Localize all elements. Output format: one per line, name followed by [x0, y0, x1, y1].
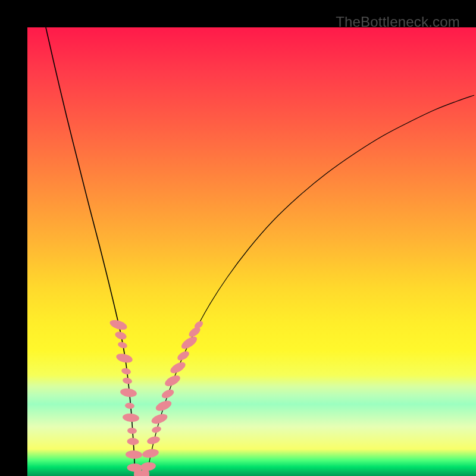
marker-bead — [126, 450, 142, 459]
marker-bead — [160, 388, 175, 400]
marker-bead — [114, 330, 128, 341]
marker-bead — [150, 412, 168, 426]
marker-bead — [168, 360, 187, 375]
curve-left-curve — [46, 27, 136, 474]
plot-area — [27, 27, 476, 476]
marker-bead — [151, 425, 162, 434]
marker-bead — [176, 349, 190, 362]
marker-bead — [122, 377, 132, 385]
chart-svg — [27, 27, 476, 476]
chart-frame: TheBottleneck.com — [0, 0, 476, 476]
marker-bead — [142, 448, 159, 459]
marker-bead — [115, 352, 134, 364]
marker-bead — [154, 399, 173, 413]
marker-bead — [146, 436, 161, 446]
marker-bead — [163, 373, 181, 389]
marker-bead — [120, 387, 137, 398]
marker-group — [109, 318, 205, 476]
marker-bead — [117, 341, 128, 349]
marker-bead — [125, 402, 135, 409]
marker-bead — [121, 367, 131, 375]
marker-bead — [127, 427, 137, 434]
marker-bead — [109, 318, 129, 332]
curve-right-curve — [148, 95, 475, 474]
marker-bead — [127, 437, 139, 445]
watermark-label: TheBottleneck.com — [336, 14, 460, 30]
marker-bead — [122, 413, 139, 422]
marker-bead — [180, 334, 199, 351]
